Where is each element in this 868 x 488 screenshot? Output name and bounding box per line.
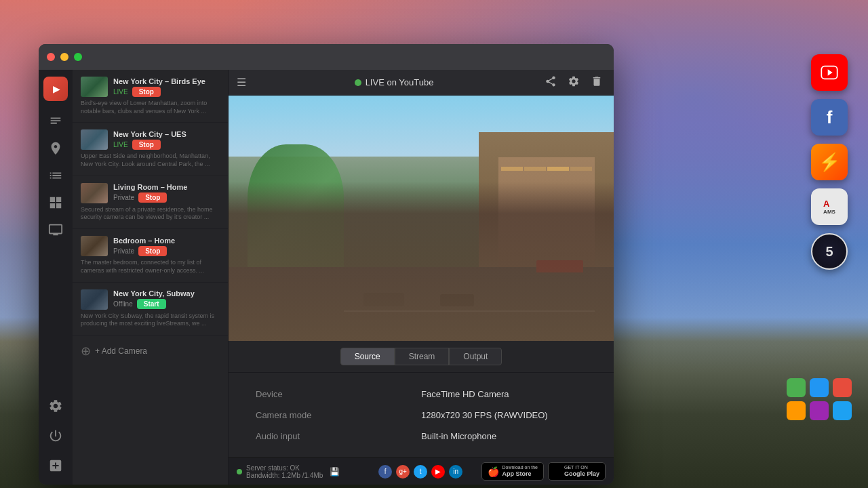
maximize-button[interactable] — [74, 53, 82, 61]
start-button[interactable]: Start — [137, 299, 166, 309]
camera-status-label: LIVE — [113, 88, 128, 96]
close-button[interactable] — [47, 53, 55, 61]
window — [524, 167, 546, 171]
menu-icon[interactable]: ☰ — [237, 76, 246, 89]
awning — [536, 260, 583, 272]
footer: Server status: OK Bandwidth: 1.2Mb /1.4M… — [229, 458, 614, 485]
mini-icon-6[interactable] — [833, 401, 852, 420]
camera-description: The master bedroom, connected to my list… — [81, 259, 220, 274]
stop-button[interactable]: Stop — [138, 246, 167, 256]
camera-item[interactable]: New York City – UES LIVE Stop Upper East… — [73, 123, 228, 176]
camera-description: New York City Subway, the rapid transit … — [81, 312, 220, 328]
camera-thumbnail — [81, 77, 108, 97]
thunder-icon[interactable]: ⚡ — [811, 144, 848, 180]
camera-name: New York City – Birds Eye — [113, 77, 220, 85]
delete-button[interactable] — [588, 73, 606, 93]
add-camera-label: + Add Camera — [95, 346, 147, 356]
store-badges: 🍎 Download on the App Store ▶ GET IT ON … — [481, 462, 606, 481]
tab-source[interactable]: Source — [340, 348, 395, 365]
sidebar-logo[interactable] — [43, 77, 68, 101]
camera-name: New York City – UES — [113, 130, 220, 138]
minimize-button[interactable] — [60, 53, 68, 61]
camera-status-label: Private — [113, 247, 134, 255]
title-bar — [39, 44, 614, 70]
camera-thumbnail — [81, 183, 108, 203]
camera-description: Secured stream of a private residence, t… — [81, 206, 220, 222]
camera-item[interactable]: New York City – Birds Eye LIVE Stop Bird… — [73, 70, 228, 123]
sidebar-icon-grid[interactable] — [43, 190, 68, 215]
mini-icon-1[interactable] — [787, 378, 806, 397]
twitter-social-icon[interactable]: t — [414, 465, 427, 479]
camera-mode-label: Camera mode — [256, 405, 421, 426]
tree-left — [248, 144, 344, 279]
sidebar-icon-monitor[interactable] — [43, 218, 68, 242]
mini-app-icons — [787, 378, 854, 420]
app-logo — [43, 77, 68, 101]
mini-icon-2[interactable] — [810, 378, 829, 397]
device-value: FaceTime HD Camera — [421, 384, 587, 405]
settings-button[interactable] — [565, 73, 583, 93]
linkedin-social-icon[interactable]: in — [449, 465, 462, 479]
windows — [498, 164, 595, 174]
road-line — [344, 310, 594, 312]
top-bar-actions — [542, 73, 606, 93]
sidebar-icon-location[interactable] — [43, 136, 68, 161]
stop-button[interactable]: Stop — [132, 87, 161, 97]
camera-status-label: Private — [113, 194, 134, 201]
bandwidth-text: Bandwidth: 1.2Mb /1.4Mb — [246, 472, 323, 479]
video-area — [229, 96, 614, 341]
camera-description: Upper East Side and neighborhood, Manhat… — [81, 152, 220, 168]
tab-output[interactable]: Output — [449, 348, 502, 365]
hdd-icon: 💾 — [330, 467, 340, 476]
five-icon[interactable]: 5 — [811, 233, 848, 270]
device-label: Device — [256, 384, 421, 405]
share-button[interactable] — [542, 73, 559, 93]
server-status: Server status: OK Bandwidth: 1.2Mb /1.4M… — [237, 464, 359, 479]
camera-item[interactable]: New York City, Subway Offline Start New … — [73, 283, 228, 336]
stop-button[interactable]: Stop — [132, 140, 161, 150]
sidebar-icon-add[interactable] — [43, 453, 68, 478]
google-play-badge[interactable]: ▶ GET IT ON Google Play — [548, 462, 606, 481]
source-info-grid: Device FaceTime HD Camera Camera mode 12… — [229, 373, 614, 458]
mini-icon-5[interactable] — [810, 401, 829, 420]
server-status-dot — [237, 469, 242, 474]
car — [363, 293, 404, 306]
facebook-icon[interactable]: f — [811, 99, 848, 136]
camera-description: Bird's-eye view of Lower Manhattan, zoom… — [81, 100, 220, 115]
camera-name: New York City, Subway — [113, 289, 220, 298]
camera-list: New York City – Birds Eye LIVE Stop Bird… — [73, 70, 229, 485]
camera-name: Living Room – Home — [113, 183, 220, 191]
youtube-social-icon[interactable]: ▶ — [431, 465, 445, 479]
stop-button[interactable]: Stop — [138, 192, 167, 203]
facebook-social-icon[interactable]: f — [378, 465, 392, 479]
sidebar-icon-power[interactable] — [43, 424, 68, 448]
live-indicator: LIVE on YouTube — [254, 77, 534, 87]
video-preview — [229, 96, 614, 341]
add-camera-icon: ⊕ — [81, 344, 91, 359]
server-status-text: Server status: OK — [246, 464, 323, 472]
sidebar-icon-settings[interactable] — [43, 394, 68, 418]
add-camera-button[interactable]: ⊕ + Add Camera — [73, 336, 228, 367]
sidebar-icon-list[interactable] — [43, 163, 68, 188]
building-mid — [498, 157, 595, 304]
camera-item[interactable]: Bedroom – Home Private Stop The master b… — [73, 229, 228, 282]
tabs-row: Source Stream Output — [229, 341, 614, 373]
bottom-panel: Source Stream Output Device FaceTime HD … — [229, 341, 614, 458]
mini-icon-4[interactable] — [787, 401, 806, 420]
window — [570, 167, 592, 171]
camera-item[interactable]: Living Room – Home Private Stop Secured … — [73, 176, 228, 229]
mini-icon-3[interactable] — [833, 378, 852, 397]
app-store-badge[interactable]: 🍎 Download on the App Store — [481, 462, 544, 481]
camera-mode-value: 868x488 30 FPS (RAWVIDEO) — [421, 405, 587, 426]
youtube-icon[interactable] — [811, 54, 848, 91]
googleplus-social-icon[interactable]: g+ — [396, 465, 410, 479]
camera-thumbnail — [81, 236, 108, 256]
main-content: ☰ LIVE on YouTube — [229, 70, 614, 485]
camera-status-label: LIVE — [113, 141, 128, 148]
live-dot — [355, 79, 361, 86]
audio-input-value: Built-in Microphone — [421, 426, 587, 447]
tab-stream[interactable]: Stream — [395, 348, 450, 365]
live-text: LIVE on YouTube — [366, 77, 434, 87]
ams-icon[interactable]: A AMS — [811, 188, 848, 225]
sidebar-icon-book[interactable] — [43, 109, 68, 134]
